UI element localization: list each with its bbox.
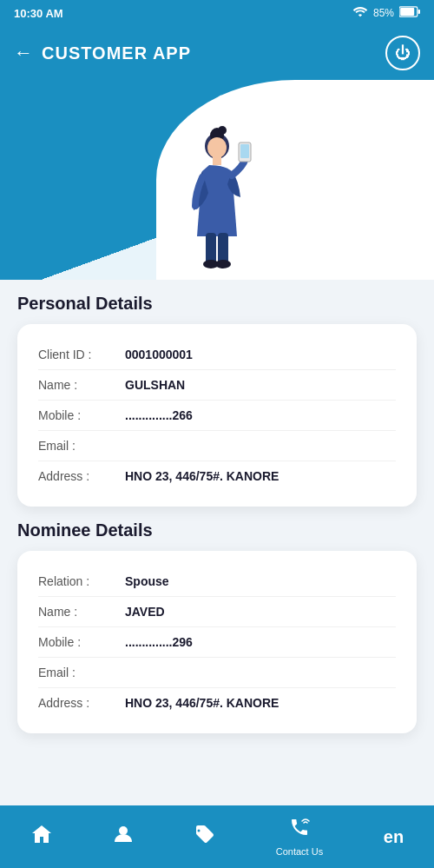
address-value: HNO 23, 446/75#. KANORE — [125, 469, 396, 483]
back-button[interactable]: ← — [14, 42, 33, 64]
status-bar: 10:30 AM 85% — [0, 0, 434, 26]
power-icon: ⏻ — [395, 44, 411, 63]
svg-point-5 — [218, 126, 227, 135]
tag-icon — [194, 824, 215, 850]
nominee-address-label: Address : — [38, 696, 125, 710]
nominee-address-value: HNO 23, 446/75#. KANORE — [125, 696, 396, 710]
nav-home[interactable] — [30, 824, 53, 850]
table-row: Address : HNO 23, 446/75#. KANORE — [38, 461, 396, 491]
battery-icon — [399, 6, 420, 20]
table-row: Mobile : ..............296 — [38, 627, 396, 658]
personal-details-card: Client ID : 0001000001 Name : GULSHAN Mo… — [17, 324, 417, 507]
svg-rect-2 — [418, 10, 420, 14]
nominee-details-card: Relation : Spouse Name : JAVED Mobile : … — [17, 551, 417, 733]
address-label: Address : — [38, 469, 125, 483]
bottom-nav: Contact Us en — [0, 805, 434, 868]
table-row: Email : — [38, 658, 396, 688]
nominee-mobile-label: Mobile : — [38, 635, 125, 649]
nav-contact[interactable]: Contact Us — [276, 817, 323, 857]
nav-language[interactable]: en — [384, 827, 404, 847]
main-content: Personal Details Client ID : 0001000001 … — [0, 280, 434, 805]
client-id-label: Client ID : — [38, 348, 125, 361]
email-label: Email : — [38, 439, 125, 453]
wifi-icon — [352, 6, 368, 21]
personal-section-title: Personal Details — [17, 294, 417, 314]
svg-point-14 — [119, 826, 128, 835]
table-row: Relation : Spouse — [38, 567, 396, 597]
relation-label: Relation : — [38, 574, 125, 588]
svg-point-6 — [207, 137, 227, 158]
client-id-value: 0001000001 — [125, 348, 396, 361]
app-header: ← CUSTOMER APP ⏻ — [0, 26, 434, 80]
svg-rect-1 — [400, 8, 414, 16]
profile-icon — [113, 824, 134, 850]
svg-rect-10 — [206, 233, 216, 264]
hero-section — [0, 80, 434, 280]
status-icons: 85% — [352, 6, 420, 21]
mobile-label: Mobile : — [38, 408, 125, 422]
svg-rect-11 — [218, 233, 228, 264]
nav-profile[interactable] — [113, 824, 134, 850]
battery-percent: 85% — [373, 7, 394, 19]
nominee-name-value: JAVED — [125, 605, 396, 619]
status-time: 10:30 AM — [14, 7, 63, 20]
table-row: Name : JAVED — [38, 597, 396, 627]
table-row: Name : GULSHAN — [38, 370, 396, 401]
relation-value: Spouse — [125, 574, 396, 588]
app-title: CUSTOMER APP — [42, 43, 191, 63]
nominee-name-label: Name : — [38, 605, 125, 619]
language-label: en — [384, 827, 404, 847]
mobile-value: ..............266 — [125, 408, 396, 422]
nav-tag[interactable] — [194, 824, 215, 850]
hero-figure — [178, 123, 256, 271]
nominee-email-label: Email : — [38, 666, 125, 679]
svg-point-13 — [215, 260, 231, 268]
contact-label: Contact Us — [276, 846, 323, 857]
name-value: GULSHAN — [125, 378, 396, 392]
table-row: Email : — [38, 431, 396, 461]
header-left: ← CUSTOMER APP — [14, 42, 191, 64]
nominee-mobile-value: ..............296 — [125, 635, 396, 649]
table-row: Mobile : ..............266 — [38, 401, 396, 431]
svg-rect-7 — [213, 156, 221, 165]
home-icon — [30, 824, 53, 850]
power-button[interactable]: ⏻ — [385, 36, 420, 70]
name-label: Name : — [38, 378, 125, 392]
nominee-section-title: Nominee Details — [17, 520, 417, 540]
svg-rect-9 — [240, 144, 249, 158]
table-row: Address : HNO 23, 446/75#. KANORE — [38, 688, 396, 718]
table-row: Client ID : 0001000001 — [38, 340, 396, 370]
contact-icon — [289, 817, 310, 843]
